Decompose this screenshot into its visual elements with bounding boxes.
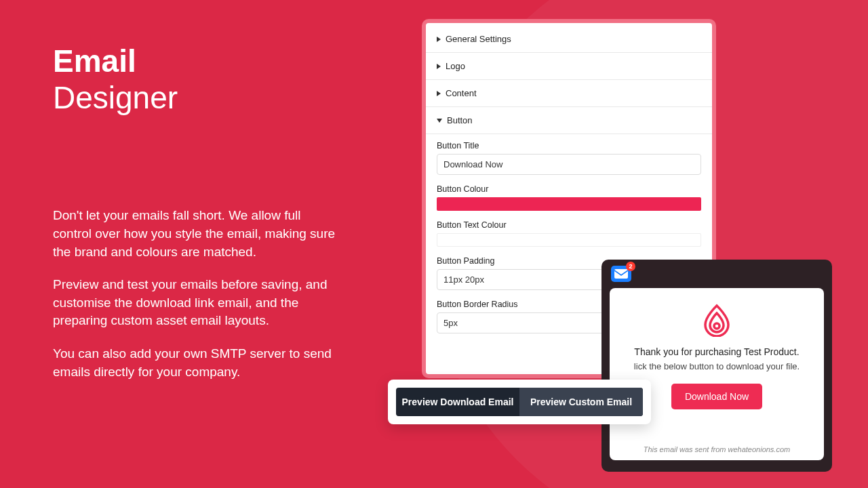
section-label: Content (446, 88, 477, 98)
email-titlebar: 2 (601, 260, 832, 288)
button-colour-label: Button Colour (437, 184, 701, 194)
email-preview-window: 2 Thank you for purchasing Test Product.… (601, 260, 832, 472)
section-label: Button (447, 115, 473, 125)
button-text-colour-label: Button Text Colour (437, 220, 701, 230)
hero-title-bold: Email (53, 44, 338, 79)
section-label: Logo (446, 61, 465, 71)
section-label: General Settings (446, 34, 511, 44)
hero-para-1: Don't let your emails fall short. We all… (53, 207, 338, 261)
email-thanks-text: Thank you for purchasing Test Product. (622, 346, 812, 357)
section-button[interactable]: Button (426, 107, 712, 134)
svg-rect-0 (614, 269, 628, 279)
svg-point-1 (714, 323, 719, 329)
download-now-button[interactable]: Download Now (671, 384, 762, 409)
hero-para-2: Preview and test your emails before savi… (53, 276, 338, 330)
hero-copy: Email Designer Don't let your emails fal… (53, 44, 338, 396)
button-text-colour-swatch[interactable] (437, 233, 701, 247)
chevron-right-icon (437, 64, 441, 69)
button-colour-swatch[interactable] (437, 197, 701, 211)
chevron-right-icon (437, 37, 441, 42)
hero-title-light: Designer (53, 80, 338, 116)
mail-app-icon: 2 (611, 266, 631, 282)
email-sub-text: lick the below button to download your f… (622, 361, 812, 371)
section-content[interactable]: Content (426, 80, 712, 107)
tab-preview-download[interactable]: Preview Download Email (396, 388, 519, 416)
hero-para-3: You can also add your own SMTP server to… (53, 345, 338, 381)
mail-badge: 2 (626, 262, 635, 271)
email-body: Thank you for purchasing Test Product. l… (610, 288, 824, 460)
button-title-input[interactable] (437, 154, 701, 175)
tab-preview-custom[interactable]: Preview Custom Email (519, 388, 643, 416)
section-logo[interactable]: Logo (426, 53, 712, 80)
button-title-label: Button Title (437, 141, 701, 150)
preview-tab-switcher: Preview Download Email Preview Custom Em… (388, 380, 651, 424)
email-footer-text: This email was sent from wehateonions.co… (610, 445, 824, 453)
chevron-down-icon (437, 119, 442, 123)
section-general-settings[interactable]: General Settings (426, 26, 712, 53)
chevron-right-icon (437, 91, 441, 96)
brand-logo-icon (700, 303, 734, 337)
